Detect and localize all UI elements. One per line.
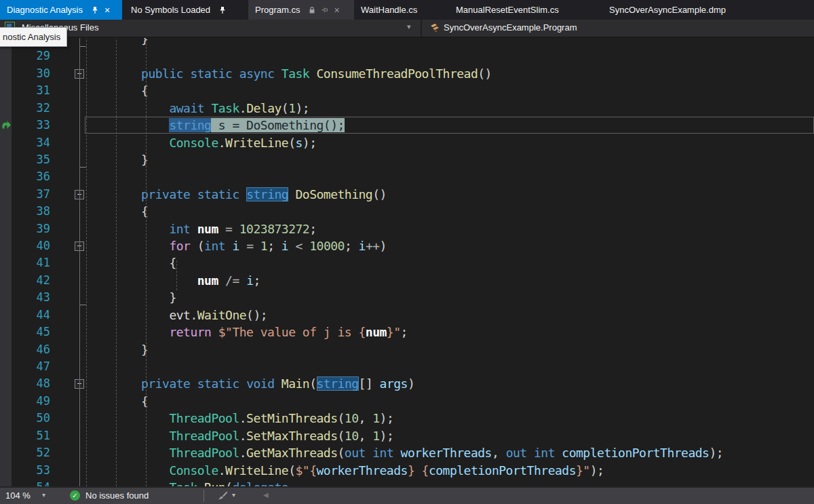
indent-guide xyxy=(86,37,87,486)
code-text: string s = DoSomething(); xyxy=(57,117,345,134)
code-editor[interactable]: 28 }2930− public static async Task Consu… xyxy=(0,0,814,486)
chevron-down-icon[interactable]: ▾ xyxy=(232,491,235,499)
tab-syncoverasyncexample-dmp[interactable]: SyncOverAsyncExample.dmp xyxy=(602,0,748,20)
code-line[interactable]: 50 ThreadPool.SetMinThreads(10, 1); xyxy=(0,410,814,427)
current-frame-arrow-icon xyxy=(1,119,12,130)
editor-status-bar: 104 % ▾ ✓ No issues found ▾ ◀ xyxy=(0,486,814,504)
line-number: 52 xyxy=(19,444,50,461)
code-text: public static async Task ConsumeThreadPo… xyxy=(57,65,492,82)
vs-window: 28 }2930− public static async Task Consu… xyxy=(0,0,814,504)
tab-diagnostic-analysis[interactable]: Diagnostic Analysis × xyxy=(0,0,122,20)
tab-manualreseteventslim-cs[interactable]: ManualResetEventSlim.cs xyxy=(449,0,589,20)
document-tab-bar: Diagnostic Analysis × No Symbols Loaded … xyxy=(0,0,814,20)
code-text: private static string DoSomething() xyxy=(57,186,387,203)
code-line[interactable]: 38 { xyxy=(0,203,814,220)
close-icon[interactable]: × xyxy=(102,5,113,16)
breakpoint-margin[interactable] xyxy=(0,37,12,486)
code-line[interactable]: 36 xyxy=(0,168,814,186)
check-circle-icon: ✓ xyxy=(70,490,80,501)
code-text: ThreadPool.SetMaxThreads(10, 1); xyxy=(57,427,393,444)
code-text: Console.WriteLine($"{workerThreads} {com… xyxy=(57,462,604,479)
member-dropdown[interactable]: SyncOverAsyncExample.Program xyxy=(422,20,814,37)
code-line[interactable]: 39 int num = 1023873272; xyxy=(0,220,814,238)
tab-waithandle-cs[interactable]: WaitHandle.cs xyxy=(354,0,440,20)
pin-icon[interactable] xyxy=(217,5,228,16)
code-line[interactable]: 49 { xyxy=(0,393,814,410)
code-line[interactable]: 44 evt.WaitOne(); xyxy=(0,307,814,324)
code-text: int num = 1023873272; xyxy=(57,220,317,237)
code-text: ThreadPool.GetMaxThreads(out int workerT… xyxy=(57,444,723,461)
code-line[interactable]: 52 ThreadPool.GetMaxThreads(out int work… xyxy=(0,444,814,462)
code-line[interactable]: 53 Console.WriteLine($"{workerThreads} {… xyxy=(0,462,814,480)
code-text: private static void Main(string[] args) xyxy=(57,375,414,392)
code-line[interactable]: 46 } xyxy=(0,341,814,359)
line-number: 39 xyxy=(19,220,50,237)
code-line[interactable]: 37− private static string DoSomething() xyxy=(0,186,814,203)
line-number: 43 xyxy=(19,289,50,306)
pin-icon[interactable] xyxy=(90,5,100,16)
navigation-bar: Miscellaneous Files ▾ SyncOverAsyncExamp… xyxy=(0,20,814,38)
code-line[interactable]: 45 return $"The value of j is {num}"; xyxy=(0,324,814,341)
code-line[interactable]: 42 num /= i; xyxy=(0,272,814,290)
line-number: 53 xyxy=(19,462,50,479)
tab-label: ManualResetEventSlim.cs xyxy=(456,5,559,15)
line-number: 35 xyxy=(19,151,50,168)
code-line[interactable]: 40− for (int i = 1; i < 10000; i++) xyxy=(0,237,814,255)
code-line[interactable]: 51 ThreadPool.SetMaxThreads(10, 1); xyxy=(0,427,814,445)
code-line[interactable]: 41 { xyxy=(0,254,814,272)
tab-program-cs[interactable]: Program.cs × xyxy=(248,0,354,20)
code-line[interactable]: 34 Console.WriteLine(s); xyxy=(0,134,814,152)
line-number: 49 xyxy=(19,393,50,410)
divider xyxy=(204,490,204,502)
lock-icon xyxy=(307,5,317,16)
scroll-left-icon[interactable]: ◀ xyxy=(263,491,269,499)
code-text: await Task.Delay(1); xyxy=(57,100,309,117)
unpin-icon[interactable] xyxy=(319,5,330,16)
chevron-down-icon[interactable]: ▾ xyxy=(42,491,45,499)
line-number: 29 xyxy=(19,47,50,64)
member-dropdown-value: SyncOverAsyncExample.Program xyxy=(444,22,577,33)
fold-structure-line xyxy=(79,37,80,486)
line-number: 36 xyxy=(19,168,50,185)
line-number: 30 xyxy=(19,65,50,82)
line-number: 45 xyxy=(19,324,50,341)
tab-label: SyncOverAsyncExample.dmp xyxy=(609,5,726,15)
class-icon xyxy=(429,22,440,33)
line-number: 44 xyxy=(19,307,50,324)
document-health-status[interactable]: No issues found xyxy=(85,490,149,501)
chevron-down-icon[interactable]: ▾ xyxy=(407,22,411,31)
zoom-level-selector[interactable]: 104 % xyxy=(5,490,31,501)
line-number: 34 xyxy=(19,134,50,151)
code-cleanup-brush-icon[interactable] xyxy=(216,490,228,501)
code-text: return $"The value of j is {num}"; xyxy=(57,324,408,341)
code-text: { xyxy=(57,203,148,220)
code-text: ThreadPool.SetMinThreads(10, 1); xyxy=(57,410,393,427)
line-number: 51 xyxy=(19,427,50,444)
code-line[interactable]: 47 xyxy=(0,358,814,376)
code-line[interactable]: 48− private static void Main(string[] ar… xyxy=(0,375,814,393)
code-line[interactable]: 33 string s = DoSomething(); xyxy=(0,117,814,134)
line-number: 46 xyxy=(19,341,50,358)
line-number: 31 xyxy=(19,82,50,99)
code-line[interactable]: 31 { xyxy=(0,82,814,100)
line-number: 47 xyxy=(19,358,50,375)
line-number: 38 xyxy=(19,203,50,220)
code-line[interactable]: 30− public static async Task ConsumeThre… xyxy=(0,65,814,83)
code-text: { xyxy=(57,393,148,410)
line-number: 50 xyxy=(19,410,50,427)
code-text: } xyxy=(57,341,148,358)
close-icon[interactable]: × xyxy=(331,5,342,16)
tab-label: No Symbols Loaded xyxy=(131,5,210,15)
code-line[interactable]: 35 } xyxy=(0,151,814,169)
line-number: 41 xyxy=(19,254,50,271)
line-number: 48 xyxy=(19,375,50,392)
indent-guide xyxy=(116,37,117,486)
code-line[interactable]: 43 } xyxy=(0,289,814,307)
code-text: } xyxy=(57,151,148,168)
tab-no-symbols-loaded[interactable]: No Symbols Loaded xyxy=(124,0,241,20)
indent-guide xyxy=(176,260,177,290)
code-line[interactable]: 32 await Task.Delay(1); xyxy=(0,100,814,117)
line-number: 37 xyxy=(19,186,50,203)
code-line[interactable]: 29 xyxy=(0,47,814,65)
code-text: Console.WriteLine(s); xyxy=(57,134,317,151)
